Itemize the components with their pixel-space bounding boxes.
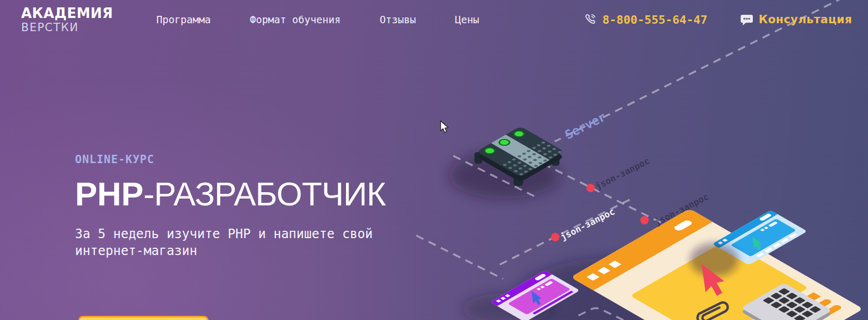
- nav-item-programma[interactable]: Программа: [156, 14, 211, 25]
- phone-link[interactable]: 8-800-555-64-47: [584, 13, 707, 26]
- course-subtitle-line1: За 5 недель изучите PHP и напишете свой: [75, 225, 386, 242]
- consultation-link[interactable]: Консультация: [740, 13, 852, 26]
- course-title-strong: PHP: [75, 175, 144, 212]
- nav-item-tseny[interactable]: Цены: [455, 14, 479, 25]
- brand-title: АКАДЕМИЯ: [21, 6, 113, 20]
- chat-bubble-icon: [740, 14, 753, 26]
- course-subtitle: За 5 недель изучите PHP и напишете свой …: [75, 225, 386, 259]
- nav-item-format-obucheniya[interactable]: Формат обучения: [250, 14, 341, 25]
- site-header: АКАДЕМИЯ ВЕРСТКИ Программа Формат обучен…: [0, 0, 868, 39]
- course-title-rest: -РАЗРАБОТЧИК: [144, 175, 386, 212]
- red-cursor-shadow: [690, 243, 739, 277]
- brand-subtitle: ВЕРСТКИ: [21, 22, 113, 33]
- landing-hero-section: Server json-запрос json-запрос json-запр…: [0, 0, 868, 320]
- phone-receiver-icon: [584, 13, 597, 26]
- course-subtitle-line2: интернет-магазин: [75, 242, 386, 259]
- brand-logo[interactable]: АКАДЕМИЯ ВЕРСТКИ: [21, 6, 113, 33]
- nav-item-otzyvy[interactable]: Отзывы: [380, 14, 416, 25]
- main-nav: Программа Формат обучения Отзывы Цены: [156, 14, 479, 25]
- header-contact-block: 8-800-555-64-47 Консультация: [584, 13, 852, 26]
- mouse-cursor-icon: [440, 120, 450, 134]
- cta-button[interactable]: [78, 316, 209, 320]
- phone-number: 8-800-555-64-47: [602, 13, 707, 26]
- consultation-label: Консультация: [759, 13, 852, 26]
- course-kicker: ONLINE-КУРС: [75, 153, 386, 166]
- hero-content: ONLINE-КУРС PHP-РАЗРАБОТЧИК За 5 недель …: [75, 153, 386, 259]
- course-title: PHP-РАЗРАБОТЧИК: [75, 177, 386, 211]
